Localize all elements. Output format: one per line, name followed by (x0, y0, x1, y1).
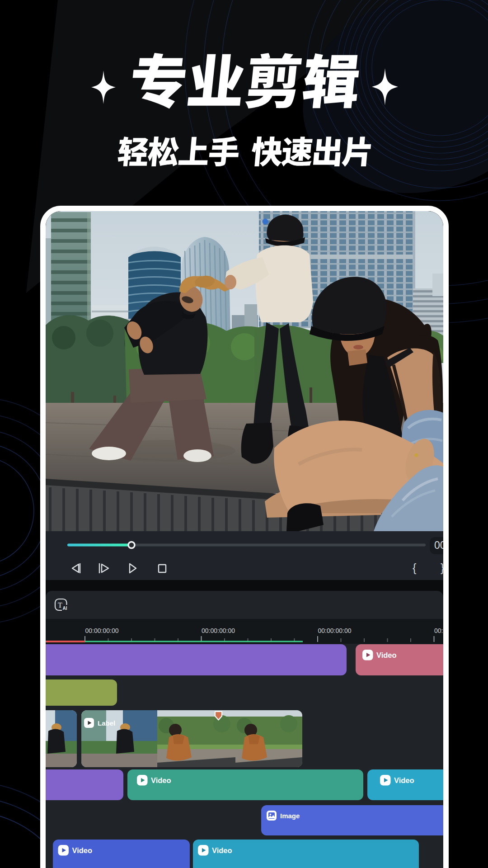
svg-text:{: { (413, 561, 416, 574)
svg-text:00:00:00:00: 00:00:00:00 (434, 627, 443, 634)
svg-text:Image: Image (280, 812, 300, 820)
svg-text:Label: Label (98, 719, 115, 727)
svg-text:Video: Video (151, 776, 171, 784)
svg-text:AI: AI (63, 606, 67, 611)
svg-text:T: T (58, 601, 62, 609)
svg-text:}: } (441, 561, 443, 574)
svg-text:Video: Video (72, 846, 93, 854)
svg-text:Video: Video (212, 846, 232, 854)
svg-text:00: 00 (434, 539, 443, 551)
svg-text:00:00:00:00: 00:00:00:00 (318, 627, 352, 634)
svg-text:Video: Video (376, 651, 397, 659)
svg-text:00:00:00:00: 00:00:00:00 (85, 627, 119, 634)
svg-text:00:00:00:00: 00:00:00:00 (202, 627, 235, 634)
svg-text:Video: Video (394, 776, 414, 784)
